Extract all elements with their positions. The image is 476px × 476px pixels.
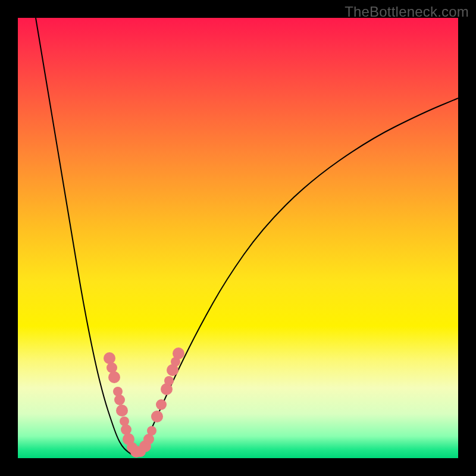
gradient-plot-area (18, 18, 458, 458)
highlight-dots-cluster (104, 347, 184, 458)
highlight-dot (156, 399, 167, 410)
curve-right-branch (135, 98, 458, 456)
highlight-dot (151, 411, 163, 422)
highlight-dot (108, 371, 120, 383)
highlight-dot (114, 394, 125, 405)
bottleneck-curve-svg (18, 18, 458, 458)
highlight-dot (104, 352, 115, 364)
highlight-dot (116, 405, 128, 416)
highlight-dot (147, 426, 156, 436)
highlight-dot (173, 347, 184, 359)
highlight-dot (164, 376, 174, 386)
